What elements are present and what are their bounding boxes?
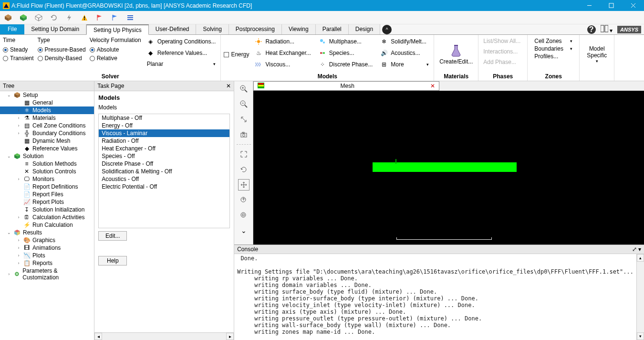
tree-run-calculation[interactable]: ⚡Run Calculation [0,221,94,229]
chevron-down-icon[interactable]: ⌄ [238,225,249,236]
reference-values-button[interactable]: ◆Reference Values... [145,48,218,58]
zoom-box-icon[interactable] [238,210,249,221]
model-specific-dropdown[interactable]: Model Specific ▾ [582,37,611,72]
canvas-tab-mesh[interactable]: Mesh ✕ [253,81,439,91]
planar-dropdown[interactable]: Planar▾ [145,60,218,68]
help-button[interactable]: Help [98,256,127,266]
model-discrete-phase[interactable]: Discrete Phase - Off [99,160,229,168]
refresh-icon[interactable] [50,13,58,22]
tree-calc-activities[interactable]: ›🗓Calculation Activities [0,213,94,221]
tab-parallel[interactable]: Parallel [316,24,349,34]
tree-cell-zone[interactable]: ›▤Cell Zone Conditions [0,122,94,129]
tree-reference-values[interactable]: ◆Reference Values [0,145,94,152]
camera-icon[interactable] [238,129,249,140]
viscous-button[interactable]: Viscous... [253,60,312,69]
model-multiphase[interactable]: Multiphase - Off [99,114,229,122]
close-button[interactable] [622,0,644,11]
boundaries-dropdown[interactable]: Boundaries▾ [534,45,572,52]
tree-plots[interactable]: ›📉Plots [0,252,94,259]
lightning-icon[interactable] [65,13,73,22]
pan-icon[interactable] [238,179,249,191]
help-icon[interactable]: ? [587,25,596,34]
cube-outline-icon[interactable] [34,13,43,22]
tree-report-plots[interactable]: 📈Report Plots [0,198,94,206]
flag-blue-icon[interactable] [111,13,119,22]
tree-graphics[interactable]: ›🎨Graphics [0,236,94,244]
tree-report-files[interactable]: 📄Report Files [0,191,94,198]
console-text[interactable]: Done. Writing Settings file "D:\document… [234,254,636,340]
console-scrollbar[interactable]: ▴▾ [636,254,644,340]
zoom-in-icon[interactable] [238,83,249,95]
zoom-out-icon[interactable] [238,98,249,110]
radio-relative[interactable]: Relative [90,55,141,62]
radio-steady[interactable]: Steady [3,46,34,53]
tab-postprocessing[interactable]: Postprocessing [229,24,282,34]
models-list[interactable]: Multiphase - Off Energy - Off Viscous - … [98,114,230,228]
radio-pressure-based[interactable]: Pressure-Based [38,46,86,53]
tree-solution-controls[interactable]: ✕Solution Controls [0,168,94,175]
profiles-button[interactable]: Profiles... [534,53,572,60]
refresh-view-icon[interactable] [238,164,249,175]
solidify-melt-button[interactable]: ❄Solidify/Melt... [378,37,431,46]
orbit-icon[interactable] [238,114,249,125]
acoustics-button[interactable]: 🔊Acoustics... [378,48,431,58]
edit-button[interactable]: Edit... [98,231,127,241]
model-electric-potential[interactable]: Electric Potential - Off [99,183,229,191]
multiphase-button[interactable]: Multiphase... [317,37,374,46]
canvas[interactable] [253,91,644,244]
tree-dynamic-mesh[interactable]: ▦Dynamic Mesh [0,137,94,145]
tree-parameters[interactable]: ›⚙Parameters & Customization [0,267,94,281]
more-dropdown[interactable]: ⊞More▾ [378,60,431,69]
tree-models[interactable]: ›⚛Models [0,106,94,114]
model-radiation[interactable]: Radiation - Off [99,137,229,145]
zoom-plus-q-icon[interactable]: + [238,194,249,206]
list-icon[interactable] [126,13,135,22]
tab-user-defined[interactable]: User-Defined [149,24,197,34]
tab-design[interactable]: Design [349,24,380,34]
tree-reports[interactable]: ›📋Reports [0,259,94,267]
task-close-icon[interactable]: ✕ [226,83,231,89]
tree-monitors[interactable]: ›🖵Monitors [0,175,94,183]
tree-solution[interactable]: ⌄Solution [0,152,94,160]
tab-solving[interactable]: Solving [196,24,229,34]
model-species[interactable]: Species - Off [99,152,229,160]
collapse-ribbon-icon[interactable]: ^ [382,25,392,34]
fit-icon[interactable] [238,149,249,160]
close-tab-icon[interactable]: ✕ [430,83,435,89]
tree-report-definitions[interactable]: 📄Report Definitions [0,183,94,191]
radio-density-based[interactable]: Density-Based [38,55,86,62]
maximize-button[interactable] [600,0,622,11]
tab-viewing[interactable]: Viewing [282,24,316,34]
model-viscous[interactable]: Viscous - Laminar [99,129,229,137]
model-energy[interactable]: Energy - Off [99,122,229,129]
radio-transient[interactable]: Transient [3,55,34,62]
tree-general[interactable]: ▦General [0,99,94,106]
layout-icon[interactable]: ▾ [601,25,613,34]
minimize-button[interactable] [578,0,600,11]
operating-conditions-button[interactable]: ◈Operating Conditions... [145,37,218,46]
create-edit-materials-button[interactable]: Create/Edit... [437,37,475,72]
species-button[interactable]: Species... [317,48,374,58]
flag-red-icon[interactable] [95,13,104,22]
heat-exchanger-button[interactable]: ♨Heat Exchanger... [253,48,312,58]
tree-boundary[interactable]: ›╬Boundary Conditions [0,129,94,137]
tree-materials[interactable]: ›⚗Materials [0,114,94,122]
model-heat-exchanger[interactable]: Heat Exchanger - Off [99,145,229,152]
tab-physics[interactable]: Setting Up Physics [86,24,149,35]
task-scrollbar[interactable]: ◂▸ [94,332,234,340]
console-dock-icon[interactable]: ⤢ ▾ [632,246,641,253]
triangle-icon[interactable] [80,13,89,22]
radio-absolute[interactable]: Absolute [90,46,141,53]
tree-solution-init[interactable]: ↧Solution Initialization [0,206,94,213]
tree-animations[interactable]: ›🎞Animations [0,244,94,252]
discrete-phase-button[interactable]: ⁘Discrete Phase... [317,60,374,69]
cell-zones-dropdown[interactable]: Cell Zones▾ [534,38,572,44]
model-acoustics[interactable]: Acoustics - Off [99,175,229,183]
cube-brown-icon[interactable] [4,13,12,22]
model-solidification[interactable]: Solidification & Melting - Off [99,168,229,175]
tree-solution-methods[interactable]: ≡Solution Methods [0,160,94,168]
radiation-button[interactable]: Radiation... [253,37,312,46]
tab-domain[interactable]: Setting Up Domain [24,24,86,34]
tab-file[interactable]: File [0,24,24,34]
cube-green-icon[interactable] [19,13,28,22]
